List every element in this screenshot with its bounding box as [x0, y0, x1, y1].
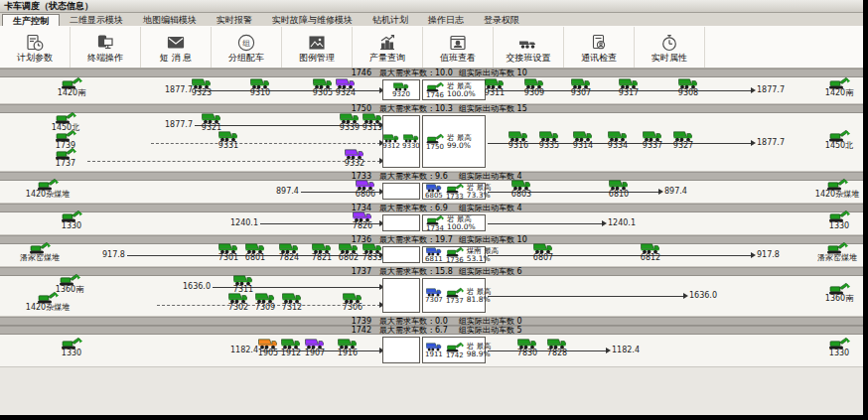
truck-id-label: 9308 [671, 89, 705, 97]
tab-1[interactable]: 二维显示模块 [60, 14, 133, 26]
truck-9311[interactable]: 9311 [478, 78, 511, 97]
truck-9337[interactable]: 9337 [636, 131, 669, 150]
right-unit-1360南[interactable]: 1360南 [803, 282, 863, 303]
truck-9308[interactable]: 9308 [671, 78, 705, 97]
shovel-1734[interactable]: 1734 [425, 214, 445, 232]
toolbar-legend-manage-button[interactable]: 图例管理 [282, 27, 353, 68]
truck-1911[interactable]: 1911 [425, 343, 443, 358]
group-id: 1750 [338, 105, 371, 112]
truck-6810[interactable]: 6810 [602, 180, 636, 199]
right-unit-1330[interactable]: 1330 [803, 210, 863, 230]
haul-line [488, 223, 603, 224]
toolbar-realtime-attr-button[interactable]: 实时属性 [635, 27, 705, 68]
tab-4[interactable]: 实时故障与维修模块 [262, 14, 362, 26]
truck-9316[interactable]: 9316 [502, 131, 535, 150]
lane-1736: 潘家窑煤堆917.8730168017824782168027833681117… [0, 244, 863, 267]
left-unit-1330[interactable]: 1330 [36, 210, 107, 230]
truck-9331[interactable]: 9331 [212, 131, 245, 150]
truck-id-label: 6806 [349, 191, 382, 199]
arrowhead-icon [602, 220, 607, 226]
route-distance: 1636.0 [689, 292, 717, 300]
truck-9321[interactable]: 9321 [195, 113, 228, 132]
left-unit-1420南[interactable]: 1420南 [36, 76, 107, 97]
haul-line [151, 143, 380, 144]
right-unit-1330[interactable]: 1330 [803, 337, 863, 357]
truck-1916[interactable]: 1916 [331, 339, 364, 357]
truck-7306[interactable]: 7306 [336, 293, 369, 312]
truck-7830[interactable]: 7830 [510, 339, 544, 357]
truck-6811[interactable]: 6811 [425, 247, 443, 263]
tab-3[interactable]: 实时报警 [207, 14, 262, 26]
toolbar-short-message-button[interactable]: 短 消 息 [141, 27, 212, 68]
truck-9335[interactable]: 9335 [532, 131, 566, 150]
right-unit-1420南[interactable]: 1420南 [803, 76, 863, 97]
truck-9312[interactable]: 9312 [382, 134, 400, 150]
toolbar-output-query-button[interactable]: 产量查询 [353, 27, 423, 68]
truck-7828[interactable]: 7828 [540, 339, 574, 357]
shovel-1736[interactable]: 1736 [445, 246, 465, 264]
right-unit-潘家窑煤堆[interactable]: 潘家窑煤堆 [801, 241, 863, 262]
truck-7824[interactable]: 7824 [272, 243, 306, 262]
truck-id-label: 7312 [275, 304, 309, 312]
toolbar-terminal-op-button[interactable]: 终端操作 [71, 27, 141, 68]
route-distance: 897.4 [664, 188, 687, 196]
truck-6805[interactable]: 6805 [425, 184, 443, 200]
tab-5[interactable]: 钻机计划 [362, 14, 418, 26]
right-unit-1450北[interactable]: 1450北 [803, 129, 863, 150]
truck-id-label: 9309 [517, 89, 551, 97]
truck-9330[interactable]: 9330 [402, 134, 420, 150]
truck-6807[interactable]: 6807 [526, 243, 560, 262]
arrowhead-icon [751, 140, 756, 146]
truck-7311[interactable]: 7311 [226, 275, 260, 294]
load-percent: 99.0% [447, 142, 472, 150]
shovel-1750[interactable]: 1750 [425, 133, 445, 151]
truck-9317[interactable]: 9317 [612, 78, 646, 97]
toolbar-plan-params-button[interactable]: 计划参数 [0, 27, 71, 68]
picture-icon [307, 32, 327, 53]
tab-6[interactable]: 操作日志 [418, 14, 474, 26]
route-distance: 917.8 [102, 251, 125, 259]
left-unit-1420杂煤堆[interactable]: 1420杂煤堆 [12, 291, 83, 312]
truck-9327[interactable]: 9327 [666, 131, 700, 150]
right-unit-1420杂煤堆[interactable]: 1420杂煤堆 [801, 178, 863, 199]
toolbar-duty-view-button[interactable]: 值班查看 [423, 27, 494, 68]
shovel-1746[interactable]: 1746 [425, 81, 445, 99]
truck-6812[interactable]: 6812 [634, 243, 667, 262]
left-unit-1737[interactable]: 1737 [30, 147, 101, 168]
toolbar-group-assign-button[interactable]: 组分组配车 [212, 27, 282, 68]
truck-1907[interactable]: 1907 [298, 339, 332, 357]
truck-6803[interactable]: 6803 [505, 180, 538, 199]
truck-9309[interactable]: 9309 [517, 78, 551, 97]
shovel-1733[interactable]: 1733 [445, 183, 465, 201]
truck-9314[interactable]: 9314 [566, 131, 600, 150]
left-unit-1420杂煤堆[interactable]: 1420杂煤堆 [12, 178, 83, 199]
truck-9324[interactable]: 9324 [329, 78, 362, 97]
tab-0[interactable]: 生产控制 [2, 14, 60, 26]
truck-9307[interactable]: 9307 [564, 78, 598, 97]
group-id: 1742 [338, 327, 371, 334]
truck-7312[interactable]: 7312 [275, 293, 309, 312]
truck-6806[interactable]: 6806 [349, 180, 382, 199]
group-id: 1746 [338, 70, 371, 76]
shovel-1737[interactable]: 1737 [445, 287, 465, 305]
tab-7[interactable]: 登录权限 [474, 14, 529, 26]
shovel-1742[interactable]: 1742 [445, 342, 465, 359]
toolbar-comm-check-button[interactable]: 通讯检查 [564, 27, 635, 68]
toolbar-shift-settings-button[interactable]: 交接班设置 [494, 27, 564, 68]
truck-7307[interactable]: 7307 [425, 288, 443, 304]
envelope-icon [166, 32, 186, 53]
truck-9310[interactable]: 9310 [243, 78, 277, 97]
truck-7826[interactable]: 7826 [346, 211, 379, 230]
queue-box [382, 183, 420, 200]
truck-9332[interactable]: 9332 [338, 149, 371, 168]
left-unit-1330[interactable]: 1330 [36, 337, 107, 357]
stopwatch-icon [659, 32, 679, 53]
truck-6801[interactable]: 6801 [238, 243, 272, 262]
tab-2[interactable]: 地图编辑模块 [133, 14, 207, 26]
truck-9334[interactable]: 9334 [601, 131, 635, 150]
truck-9320[interactable]: 9320 [392, 82, 410, 98]
truck-9323[interactable]: 9323 [185, 78, 218, 97]
toolbar-duty-view-label: 值班查看 [440, 54, 476, 63]
left-unit-潘家窑煤堆[interactable]: 潘家窑煤堆 [4, 241, 75, 262]
load-percent: 100.0% [447, 223, 476, 231]
